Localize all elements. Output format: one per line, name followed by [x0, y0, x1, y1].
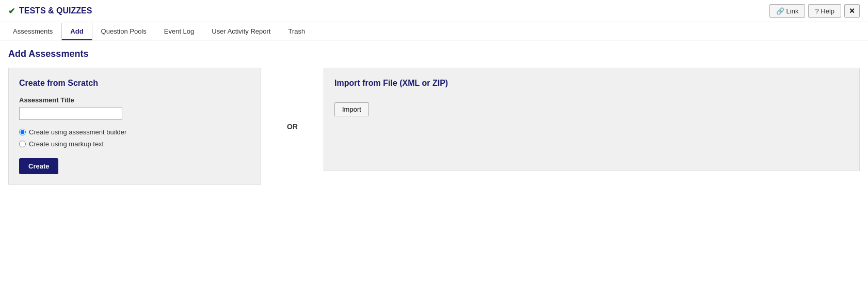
radio-assessment-builder-label[interactable]: Create using assessment builder [19, 128, 250, 136]
import-button[interactable]: Import [334, 102, 369, 116]
app-title: ✔ TESTS & QUIZZES [8, 6, 92, 16]
import-panel-title: Import from File (XML or ZIP) [334, 79, 849, 88]
or-divider: OR [282, 123, 303, 131]
link-button[interactable]: 🔗 Link [769, 4, 805, 18]
tab-trash[interactable]: Trash [279, 23, 314, 40]
create-button[interactable]: Create [19, 158, 58, 174]
tab-assessments[interactable]: Assessments [4, 23, 61, 40]
main-content: Add Assessments Create from Scratch Asse… [0, 40, 868, 193]
tab-event-log[interactable]: Event Log [155, 23, 203, 40]
main-layout: Create from Scratch Assessment Title Cre… [8, 68, 860, 185]
check-icon: ✔ [8, 6, 15, 16]
radio-markup-text[interactable] [19, 141, 26, 147]
radio-assessment-builder-text: Create using assessment builder [29, 128, 126, 136]
close-button[interactable]: ✕ [844, 4, 860, 18]
radio-assessment-builder[interactable] [19, 129, 26, 135]
assessment-title-input[interactable] [19, 107, 122, 120]
header-actions: 🔗 Link ? Help ✕ [769, 4, 860, 18]
tab-add[interactable]: Add [61, 23, 92, 40]
tab-question-pools[interactable]: Question Pools [92, 23, 155, 40]
header: ✔ TESTS & QUIZZES 🔗 Link ? Help ✕ [0, 0, 868, 22]
import-panel: Import from File (XML or ZIP) Import [324, 68, 860, 171]
radio-group: Create using assessment builder Create u… [19, 128, 250, 148]
help-button[interactable]: ? Help [808, 4, 841, 18]
tab-bar: Assessments Add Question Pools Event Log… [0, 22, 868, 40]
assessment-title-label: Assessment Title [19, 96, 250, 104]
create-panel-title: Create from Scratch [19, 79, 250, 88]
create-from-scratch-panel: Create from Scratch Assessment Title Cre… [8, 68, 261, 185]
radio-markup-text-text: Create using markup text [29, 140, 104, 148]
page-title: Add Assessments [8, 49, 860, 59]
tab-user-activity-report[interactable]: User Activity Report [203, 23, 279, 40]
radio-markup-text-label[interactable]: Create using markup text [19, 140, 250, 148]
app-title-text: TESTS & QUIZZES [19, 6, 92, 16]
